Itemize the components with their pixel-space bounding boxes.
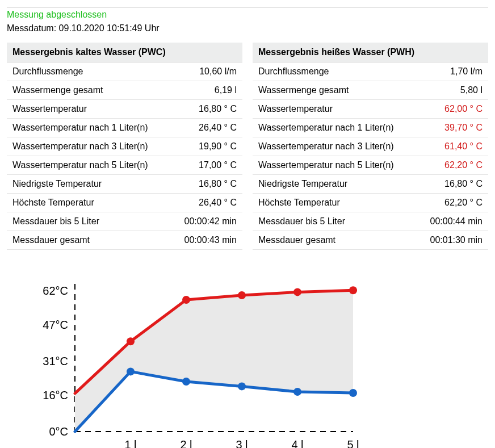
svg-text:31°C: 31°C bbox=[43, 355, 68, 367]
row-value: 26,40 ° C bbox=[171, 194, 242, 212]
table-row: Messdauer gesamt00:01:30 min bbox=[253, 231, 488, 250]
svg-point-20 bbox=[293, 388, 301, 396]
row-label: Durchflussmenge bbox=[7, 62, 171, 81]
row-value: 5,80 l bbox=[417, 81, 488, 100]
table-row: Wassertemperatur nach 3 Liter(n)19,90 ° … bbox=[7, 137, 242, 156]
table-row: Wassertemperatur nach 5 Liter(n)17,00 ° … bbox=[7, 156, 242, 175]
row-value: 17,00 ° C bbox=[171, 156, 242, 175]
row-label: Wassermenge gesamt bbox=[253, 81, 417, 100]
temperature-chart: 0°C16°C31°C47°C62°C1 l2 l3 l4 l5 l bbox=[24, 273, 488, 448]
table-cold-water: Messergebnis kaltes Wasser (PWC) Durchfl… bbox=[7, 43, 242, 250]
svg-point-16 bbox=[349, 286, 357, 294]
table-row: Messdauer bis 5 Liter00:00:44 min bbox=[253, 212, 488, 231]
svg-point-13 bbox=[182, 296, 190, 304]
row-value: 26,40 ° C bbox=[171, 119, 242, 137]
table-row: Messdauer gesamt00:00:43 min bbox=[7, 231, 242, 250]
table-row: Messdauer bis 5 Liter00:00:42 min bbox=[7, 212, 242, 231]
row-label: Niedrigste Temperatur bbox=[7, 175, 171, 194]
row-label: Wassertemperatur nach 1 Liter(n) bbox=[253, 119, 417, 137]
table-row: Durchflussmenge10,60 l/m bbox=[7, 62, 242, 81]
table-row: Niedrigste Temperatur16,80 ° C bbox=[7, 175, 242, 194]
table-row: Wassertemperatur16,80 ° C bbox=[7, 100, 242, 119]
svg-text:16°C: 16°C bbox=[43, 389, 68, 401]
svg-text:4 l: 4 l bbox=[291, 438, 303, 448]
svg-text:47°C: 47°C bbox=[43, 319, 68, 331]
svg-text:1 l: 1 l bbox=[124, 438, 136, 448]
row-value: 1,70 l/m bbox=[417, 62, 488, 81]
table-cold-title: Messergebnis kaltes Wasser (PWC) bbox=[7, 43, 242, 62]
row-value: 6,19 l bbox=[171, 81, 242, 100]
row-value: 62,00 ° C bbox=[417, 100, 488, 119]
row-value: 16,80 ° C bbox=[171, 175, 242, 194]
row-value: 62,20 ° C bbox=[417, 156, 488, 175]
row-label: Wassertemperatur nach 5 Liter(n) bbox=[7, 156, 171, 175]
row-label: Wassertemperatur nach 3 Liter(n) bbox=[253, 137, 417, 156]
row-label: Niedrigste Temperatur bbox=[253, 175, 417, 194]
row-value: 16,80 ° C bbox=[417, 175, 488, 194]
row-value: 00:00:44 min bbox=[417, 212, 488, 231]
svg-text:2 l: 2 l bbox=[180, 438, 192, 448]
table-row: Wassermenge gesamt6,19 l bbox=[7, 81, 242, 100]
table-row: Wassertemperatur nach 1 Liter(n)39,70 ° … bbox=[253, 119, 488, 137]
svg-point-18 bbox=[182, 378, 190, 386]
svg-text:3 l: 3 l bbox=[236, 438, 247, 448]
row-label: Messdauer gesamt bbox=[7, 231, 171, 250]
table-row: Wassertemperatur nach 5 Liter(n)62,20 ° … bbox=[253, 156, 488, 175]
svg-point-14 bbox=[238, 291, 246, 299]
row-value: 00:01:30 min bbox=[417, 231, 488, 250]
row-label: Messdauer gesamt bbox=[253, 231, 417, 250]
table-row: Wassertemperatur62,00 ° C bbox=[253, 100, 488, 119]
row-value: 00:00:42 min bbox=[171, 212, 242, 231]
svg-point-17 bbox=[127, 367, 135, 375]
row-label: Wassertemperatur bbox=[7, 100, 171, 119]
row-label: Messdauer bis 5 Liter bbox=[7, 212, 171, 231]
row-value: 10,60 l/m bbox=[171, 62, 242, 81]
table-row: Höchste Temperatur62,20 ° C bbox=[253, 194, 488, 212]
svg-point-21 bbox=[349, 389, 357, 397]
svg-text:5 l: 5 l bbox=[347, 438, 359, 448]
row-value: 19,90 ° C bbox=[171, 137, 242, 156]
row-label: Wassertemperatur nach 5 Liter(n) bbox=[253, 156, 417, 175]
row-label: Wassertemperatur nach 3 Liter(n) bbox=[7, 137, 171, 156]
table-row: Durchflussmenge1,70 l/m bbox=[253, 62, 488, 81]
row-value: 39,70 ° C bbox=[417, 119, 488, 137]
row-value: 61,40 ° C bbox=[417, 137, 488, 156]
table-row: Wassertemperatur nach 3 Liter(n)61,40 ° … bbox=[253, 137, 488, 156]
row-value: 16,80 ° C bbox=[171, 100, 242, 119]
svg-text:62°C: 62°C bbox=[43, 284, 68, 297]
svg-point-19 bbox=[238, 382, 246, 390]
table-row: Wassermenge gesamt5,80 l bbox=[253, 81, 488, 100]
row-label: Wassertemperatur nach 1 Liter(n) bbox=[7, 119, 171, 137]
measurement-date: Messdatum: 09.10.2020 10:51:49 Uhr bbox=[7, 23, 488, 34]
row-label: Durchflussmenge bbox=[253, 62, 417, 81]
row-value: 00:00:43 min bbox=[171, 231, 242, 250]
table-hot-water: Messergebnis heißes Wasser (PWH) Durchfl… bbox=[253, 43, 488, 250]
table-row: Höchste Temperatur26,40 ° C bbox=[7, 194, 242, 212]
result-tables: Messergebnis kaltes Wasser (PWC) Durchfl… bbox=[7, 43, 488, 250]
svg-point-15 bbox=[293, 288, 301, 296]
table-hot-title: Messergebnis heißes Wasser (PWH) bbox=[253, 43, 488, 62]
row-value: 62,20 ° C bbox=[417, 194, 488, 212]
svg-text:0°C: 0°C bbox=[49, 425, 68, 438]
row-label: Höchste Temperatur bbox=[253, 194, 417, 212]
row-label: Höchste Temperatur bbox=[7, 194, 171, 212]
svg-point-12 bbox=[127, 337, 135, 345]
table-row: Niedrigste Temperatur16,80 ° C bbox=[253, 175, 488, 194]
status-text: Messung abgeschlossen bbox=[7, 10, 488, 20]
row-label: Messdauer bis 5 Liter bbox=[253, 212, 417, 231]
row-label: Wassermenge gesamt bbox=[7, 81, 171, 100]
row-label: Wassertemperatur bbox=[253, 100, 417, 119]
table-row: Wassertemperatur nach 1 Liter(n)26,40 ° … bbox=[7, 119, 242, 137]
